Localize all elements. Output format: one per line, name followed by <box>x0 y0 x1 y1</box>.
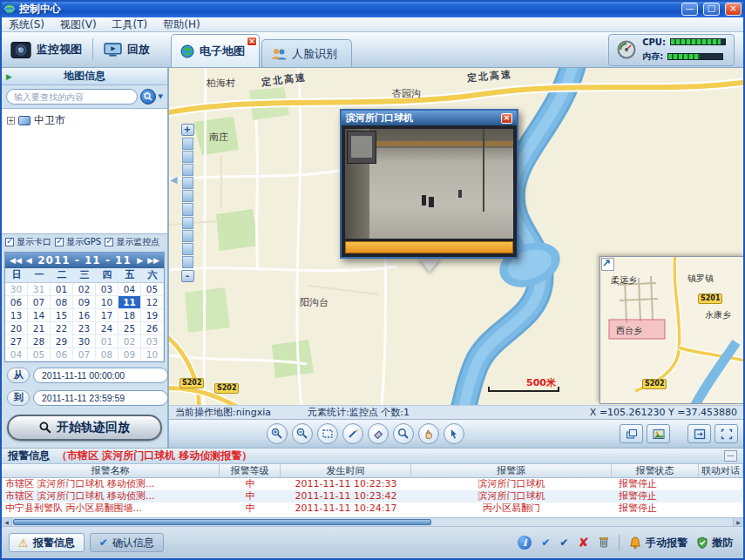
calendar-day[interactable]: 05 <box>141 283 164 296</box>
fullscreen-button[interactable] <box>715 424 738 443</box>
calendar-day[interactable]: 02 <box>73 283 96 296</box>
calendar-day[interactable]: 24 <box>96 322 119 335</box>
zoom-level[interactable] <box>182 243 193 255</box>
calendar-day[interactable]: 31 <box>28 283 51 296</box>
collapse-arrow-icon[interactable]: ▶ <box>6 72 12 81</box>
zoom-level[interactable] <box>182 256 193 268</box>
zoom-in-tool-button[interactable] <box>267 423 288 444</box>
popup-close-icon[interactable]: × <box>501 113 512 124</box>
calendar-day[interactable]: 19 <box>141 309 164 322</box>
calendar-day[interactable]: 27 <box>5 335 28 348</box>
zoom-level[interactable] <box>182 190 193 202</box>
calendar-day[interactable]: 10 <box>96 296 119 309</box>
next-month-icon[interactable]: ▶ <box>137 256 143 265</box>
scroll-left-icon[interactable]: ◀ <box>2 518 12 526</box>
tab-electronic-map[interactable]: 电子地图 × <box>171 34 260 67</box>
zoom-level[interactable] <box>182 203 193 215</box>
calendar-day[interactable]: 16 <box>73 309 96 322</box>
calendar-day[interactable]: 18 <box>119 309 141 322</box>
manual-alarm-button[interactable]: 手动报警 <box>629 536 687 550</box>
electronic-map[interactable]: 柏海村南庄杏园沟阳沟台定北高速定北高速S202S202 + - ◀ 500米 滨… <box>169 68 743 405</box>
search-input[interactable] <box>6 89 138 105</box>
zoom-in-button[interactable]: + <box>181 124 194 136</box>
scroll-right-icon[interactable]: ▶ <box>733 518 743 526</box>
calendar-day[interactable]: 20 <box>5 322 28 335</box>
confirm-all-icon[interactable]: ✔ <box>559 537 568 548</box>
alarm-column-header[interactable]: 发生时间 <box>281 464 411 477</box>
alarm-row[interactable]: 中宁县刑警队 丙小区易翻围墙...中2011-11-11 10:24:17丙小区… <box>2 503 743 515</box>
close-button[interactable]: × <box>725 3 742 16</box>
info-icon[interactable]: i <box>518 536 532 550</box>
overview-minimap[interactable]: 柔远乡镇罗镇永康乡西台乡S201S202 <box>599 256 743 404</box>
calendar-day[interactable]: 14 <box>28 309 51 322</box>
scrollbar-thumb[interactable] <box>13 519 431 525</box>
calendar-day[interactable]: 04 <box>119 283 141 296</box>
calendar-day[interactable]: 09 <box>73 296 96 309</box>
calendar-day[interactable]: 30 <box>5 283 28 296</box>
calendar-day[interactable]: 01 <box>51 283 73 296</box>
calendar-day[interactable]: 09 <box>119 348 141 361</box>
minimize-button[interactable]: — <box>681 3 698 16</box>
checkbox-checked-icon[interactable] <box>55 238 64 246</box>
playback-button[interactable]: 回放 <box>95 38 159 61</box>
map-zoom-track[interactable] <box>182 138 193 268</box>
tree-expander-icon[interactable]: + <box>7 117 15 125</box>
tab-alarm-info[interactable]: ⚠ 报警信息 <box>9 533 85 552</box>
menu-item[interactable]: 系统(S) <box>9 17 44 32</box>
calendar-day[interactable]: 05 <box>28 348 51 361</box>
calendar-day[interactable]: 01 <box>96 335 119 348</box>
pan-left-icon[interactable]: ◀ <box>170 174 177 186</box>
calendar-day[interactable]: 04 <box>5 348 28 361</box>
calendar-day[interactable]: 06 <box>51 348 73 361</box>
minimap-collapse-button[interactable] <box>601 258 614 271</box>
calendar-day[interactable]: 07 <box>28 296 51 309</box>
tree-node-zhongweishi[interactable]: + 中卫市 <box>7 113 162 128</box>
magnifier-tool-button[interactable] <box>393 423 414 444</box>
calendar-day[interactable]: 26 <box>141 322 164 335</box>
calendar-day[interactable]: 22 <box>51 322 73 335</box>
prev-year-icon[interactable]: ◀◀ <box>10 256 22 265</box>
calendar-day[interactable]: 29 <box>51 335 73 348</box>
calendar-day[interactable]: 21 <box>28 322 51 335</box>
calendar-day[interactable]: 25 <box>119 322 141 335</box>
zoom-out-button[interactable]: - <box>181 270 194 282</box>
from-datetime-input[interactable] <box>33 368 168 383</box>
tab-close-icon[interactable]: × <box>247 37 257 46</box>
zoom-level[interactable] <box>182 164 193 176</box>
tab-face-recognition[interactable]: 人脸识别 <box>261 39 352 67</box>
chevron-down-icon[interactable]: ▼ <box>159 93 163 100</box>
confirm-icon[interactable]: ✔ <box>541 537 550 548</box>
search-button[interactable] <box>140 89 156 105</box>
alarm-horizontal-scrollbar[interactable]: ◀ ▶ <box>2 517 743 527</box>
calendar-day[interactable]: 15 <box>51 309 73 322</box>
panel-collapse-button[interactable]: — <box>724 450 737 462</box>
calendar-day[interactable]: 17 <box>96 309 119 322</box>
alarm-column-header[interactable]: 联动对话 <box>699 464 743 477</box>
measure-tool-button[interactable] <box>342 423 363 444</box>
alarm-column-header[interactable]: 报警名称 <box>2 464 220 477</box>
alarm-row[interactable]: 市辖区 滨河所门口球机 移动侦测...中2011-11-11 10:23:42滨… <box>2 490 743 503</box>
calendar-day[interactable]: 23 <box>73 322 96 335</box>
calendar-day[interactable]: 03 <box>96 283 119 296</box>
calendar-day[interactable]: 08 <box>51 296 73 309</box>
eraser-tool-button[interactable] <box>368 423 389 444</box>
calendar-day[interactable]: 30 <box>73 335 96 348</box>
alarm-column-header[interactable]: 报警等级 <box>220 464 281 477</box>
calendar-day[interactable]: 13 <box>5 309 28 322</box>
marquee-zoom-button[interactable] <box>317 423 338 444</box>
calendar-day[interactable]: 12 <box>141 296 164 309</box>
popup-titlebar[interactable]: 滨河所门口球机 × <box>342 111 517 125</box>
trash-icon[interactable] <box>599 535 609 551</box>
next-year-icon[interactable]: ▶▶ <box>147 256 159 265</box>
alarm-column-header[interactable]: 报警源 <box>411 464 612 477</box>
checkbox-checked-icon[interactable] <box>5 238 14 246</box>
pan-hand-button[interactable] <box>418 423 439 444</box>
zoom-level[interactable] <box>182 230 193 242</box>
monitor-view-button[interactable]: 监控视图 <box>2 38 91 62</box>
disarm-button[interactable]: 撤防 <box>697 536 733 550</box>
menu-item[interactable]: 工具(T) <box>112 17 148 32</box>
snapshot-button[interactable] <box>647 424 670 443</box>
camera-video-popup[interactable]: 滨河所门口球机 × <box>340 109 518 259</box>
calendar-day[interactable]: 03 <box>141 335 164 348</box>
delete-icon[interactable]: ✘ <box>578 535 589 550</box>
